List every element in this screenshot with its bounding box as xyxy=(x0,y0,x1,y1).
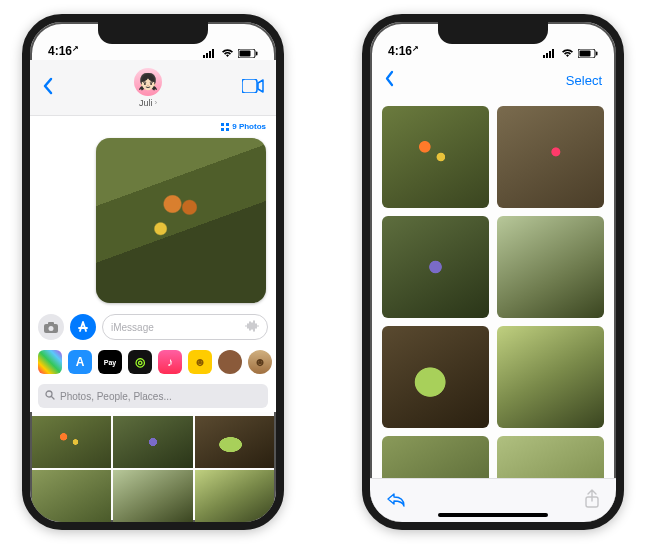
picker-photo[interactable] xyxy=(195,470,274,522)
battery-icon xyxy=(578,49,598,58)
grid-photo[interactable] xyxy=(382,216,489,318)
picker-photo[interactable] xyxy=(32,470,111,522)
svg-rect-0 xyxy=(203,55,205,58)
message-input-row: iMessage xyxy=(30,308,276,346)
photo-search-row: Photos, People, Places... xyxy=(30,380,276,412)
memoji-app-icon[interactable]: ☻ xyxy=(188,350,212,374)
audio-message-icon[interactable] xyxy=(245,320,259,334)
avatar-app-icon[interactable] xyxy=(218,350,242,374)
grid-photo[interactable] xyxy=(497,216,604,318)
wifi-icon xyxy=(561,49,574,58)
app-drawer-button[interactable] xyxy=(70,314,96,340)
share-button[interactable] xyxy=(584,489,600,513)
contact-header[interactable]: 👧🏻 Juli› xyxy=(134,68,162,108)
camera-icon xyxy=(44,322,58,333)
cellular-signal-icon xyxy=(543,49,557,58)
appstore-icon xyxy=(76,320,90,334)
photo-message-bubble[interactable] xyxy=(96,138,266,303)
battery-icon xyxy=(238,49,258,58)
grid-photo[interactable] xyxy=(497,106,604,208)
grid-photo[interactable] xyxy=(382,326,489,428)
memoji2-app-icon[interactable]: ☻ xyxy=(248,350,272,374)
chevron-right-icon: › xyxy=(154,98,157,107)
status-time: 4:16↗ xyxy=(388,44,419,58)
grid-photo[interactable] xyxy=(497,326,604,428)
message-input[interactable]: iMessage xyxy=(102,314,268,340)
grid-photo[interactable] xyxy=(382,106,489,208)
conversation-area[interactable]: 9 Photos xyxy=(30,116,276,308)
grid-photo[interactable] xyxy=(382,436,489,478)
svg-rect-23 xyxy=(596,52,598,56)
phone-right-gallery: 4:16↗ Select xyxy=(362,14,624,530)
facetime-button[interactable] xyxy=(242,79,264,97)
reply-button[interactable] xyxy=(386,491,406,511)
svg-rect-8 xyxy=(221,123,224,126)
svg-rect-3 xyxy=(212,49,214,58)
sent-photo xyxy=(96,138,266,303)
svg-rect-5 xyxy=(240,51,251,57)
notch xyxy=(98,22,208,44)
svg-rect-19 xyxy=(549,51,551,58)
wifi-icon xyxy=(221,49,234,58)
svg-rect-7 xyxy=(242,79,257,93)
photos-count-label: 9 Photos xyxy=(232,122,266,131)
svg-rect-10 xyxy=(221,128,224,131)
picker-photo[interactable] xyxy=(113,470,192,522)
svg-rect-9 xyxy=(226,123,229,126)
svg-point-14 xyxy=(49,326,54,331)
contact-avatar: 👧🏻 xyxy=(134,68,162,96)
applepay-app-icon[interactable]: Pay xyxy=(98,350,122,374)
photo-picker-grid[interactable] xyxy=(30,412,276,522)
search-placeholder: Photos, People, Places... xyxy=(60,391,172,402)
svg-line-16 xyxy=(52,397,55,400)
svg-rect-17 xyxy=(543,55,545,58)
back-button[interactable] xyxy=(384,70,395,90)
svg-rect-2 xyxy=(209,51,211,58)
svg-rect-6 xyxy=(256,52,258,56)
messages-nav-bar: 👧🏻 Juli› xyxy=(30,60,276,116)
picker-photo[interactable] xyxy=(113,416,192,468)
camera-button[interactable] xyxy=(38,314,64,340)
status-time: 4:16↗ xyxy=(48,44,79,58)
picker-photo[interactable] xyxy=(195,416,274,468)
music-app-icon[interactable]: ♪ xyxy=(158,350,182,374)
contact-name-label: Juli xyxy=(139,98,153,108)
cellular-signal-icon xyxy=(203,49,217,58)
back-button[interactable] xyxy=(42,77,54,99)
search-icon xyxy=(45,390,55,402)
photos-app-icon[interactable] xyxy=(38,350,62,374)
select-button[interactable]: Select xyxy=(566,73,602,88)
svg-rect-20 xyxy=(552,49,554,58)
photos-stack-link[interactable]: 9 Photos xyxy=(221,122,266,131)
message-placeholder: iMessage xyxy=(111,322,154,333)
bottom-toolbar xyxy=(370,478,616,522)
notch xyxy=(438,22,548,44)
photo-grid[interactable] xyxy=(370,100,616,478)
photo-search-input[interactable]: Photos, People, Places... xyxy=(38,384,268,408)
svg-rect-18 xyxy=(546,53,548,58)
svg-rect-13 xyxy=(48,322,54,325)
picker-photo[interactable] xyxy=(32,416,111,468)
appstore-app-icon[interactable]: A xyxy=(68,350,92,374)
fitness-app-icon[interactable]: ◎ xyxy=(128,350,152,374)
home-indicator[interactable] xyxy=(438,513,548,517)
svg-rect-22 xyxy=(580,51,591,57)
app-strip[interactable]: APay◎♪☻☻ xyxy=(30,346,276,380)
grid-icon xyxy=(221,123,229,131)
grid-photo[interactable] xyxy=(497,436,604,478)
svg-rect-1 xyxy=(206,53,208,58)
svg-rect-11 xyxy=(226,128,229,131)
phone-left-messages: 4:16↗ 👧🏻 Juli› 9 Photos xyxy=(22,14,284,530)
gallery-nav-bar: Select xyxy=(370,60,616,100)
